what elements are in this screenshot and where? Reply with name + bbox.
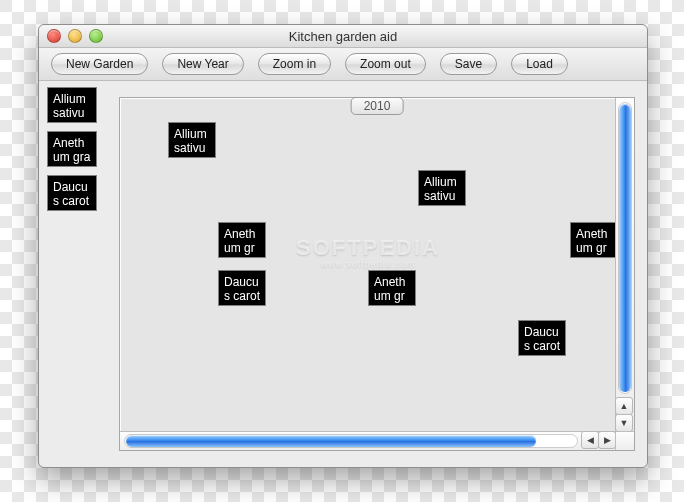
window-controls bbox=[47, 29, 103, 43]
new-garden-button[interactable]: New Garden bbox=[51, 53, 148, 75]
placed-plant[interactable]: Daucus carota bbox=[218, 270, 266, 306]
palette-item[interactable]: Allium sativum bbox=[47, 87, 97, 123]
scroll-left-icon[interactable]: ◀ bbox=[581, 431, 599, 449]
garden-panel: 2010 SOFTPEDIA www.softpedia.com Allium … bbox=[119, 97, 635, 451]
placed-plant[interactable]: Anethum graveolens bbox=[570, 222, 616, 258]
minimize-icon[interactable] bbox=[68, 29, 82, 43]
app-window: Kitchen garden aid New Garden New Year Z… bbox=[38, 24, 648, 468]
new-year-button[interactable]: New Year bbox=[162, 53, 243, 75]
scroll-corner bbox=[615, 431, 634, 450]
palette-item[interactable]: Anethum graveolens bbox=[47, 131, 97, 167]
zoom-icon[interactable] bbox=[89, 29, 103, 43]
watermark: SOFTPEDIA www.softpedia.com bbox=[296, 235, 440, 269]
scroll-thumb[interactable] bbox=[126, 435, 536, 447]
close-icon[interactable] bbox=[47, 29, 61, 43]
title-bar[interactable]: Kitchen garden aid bbox=[39, 25, 647, 48]
plant-palette: Allium sativum Anethum graveolens Daucus… bbox=[47, 87, 107, 211]
vertical-scrollbar[interactable]: ▲ ▼ bbox=[615, 98, 634, 432]
watermark-subtext: www.softpedia.com bbox=[296, 259, 440, 269]
placed-plant[interactable]: Daucus carota bbox=[518, 320, 566, 356]
content-area: Allium sativum Anethum graveolens Daucus… bbox=[39, 81, 647, 467]
placed-plant[interactable]: Anethum graveolens bbox=[368, 270, 416, 306]
placed-plant[interactable]: Anethum graveolens bbox=[218, 222, 266, 258]
scroll-thumb[interactable] bbox=[619, 104, 631, 392]
palette-item[interactable]: Daucus carota bbox=[47, 175, 97, 211]
horizontal-scrollbar[interactable]: ◀ ▶ bbox=[120, 431, 616, 450]
save-button[interactable]: Save bbox=[440, 53, 497, 75]
scroll-up-icon[interactable]: ▲ bbox=[615, 397, 633, 415]
load-button[interactable]: Load bbox=[511, 53, 568, 75]
toolbar: New Garden New Year Zoom in Zoom out Sav… bbox=[39, 48, 647, 81]
scroll-down-icon[interactable]: ▼ bbox=[615, 414, 633, 432]
window-title: Kitchen garden aid bbox=[39, 29, 647, 44]
zoom-in-button[interactable]: Zoom in bbox=[258, 53, 331, 75]
watermark-text: SOFTPEDIA bbox=[296, 235, 440, 261]
garden-canvas[interactable]: SOFTPEDIA www.softpedia.com Allium sativ… bbox=[120, 98, 616, 432]
scroll-right-icon[interactable]: ▶ bbox=[598, 431, 616, 449]
placed-plant[interactable]: Allium sativum bbox=[168, 122, 216, 158]
placed-plant[interactable]: Allium sativum bbox=[418, 170, 466, 206]
zoom-out-button[interactable]: Zoom out bbox=[345, 53, 426, 75]
